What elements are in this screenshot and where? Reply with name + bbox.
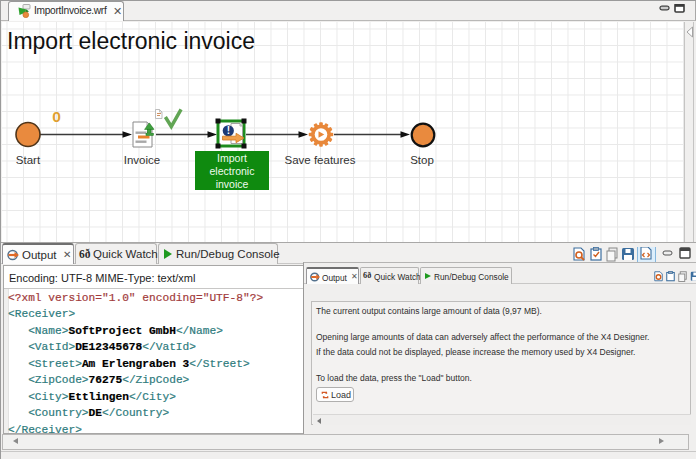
svg-text:!: !: [227, 125, 230, 136]
svg-text:Stop: Stop: [410, 154, 434, 166]
svg-text:Invoice: Invoice: [124, 154, 160, 166]
svg-text:Start: Start: [16, 154, 41, 166]
svg-text:invoice: invoice: [216, 178, 249, 190]
svg-text:Save features: Save features: [285, 154, 356, 166]
svg-text:0: 0: [52, 108, 61, 125]
svg-text:Import: Import: [217, 152, 247, 164]
svg-text:electronic: electronic: [210, 165, 255, 177]
